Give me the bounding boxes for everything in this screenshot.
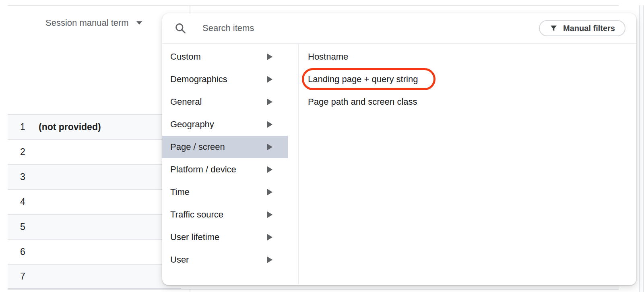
row-index: 4 — [20, 197, 39, 207]
search-icon — [174, 22, 186, 34]
chevron-right-icon — [267, 211, 272, 218]
category-label: Demographics — [170, 74, 227, 85]
table-column-divider-top — [190, 5, 190, 13]
dimension-label: Hostname — [308, 52, 348, 62]
search-bar: Manual filters — [162, 13, 636, 44]
category-item-time[interactable]: Time — [162, 181, 288, 203]
chevron-right-icon — [267, 144, 272, 150]
row-index: 2 — [20, 147, 39, 157]
category-item-traffic-source[interactable]: Traffic source — [162, 203, 288, 226]
row-dimension-value: (not provided) — [39, 122, 101, 133]
category-item-platform-device[interactable]: Platform / device — [162, 158, 288, 181]
dimension-list: Hostname Landing page + query string Pag… — [299, 44, 636, 284]
dimension-label: Page path and screen class — [308, 97, 417, 107]
category-label: Custom — [170, 52, 201, 62]
search-input[interactable] — [202, 23, 539, 33]
chevron-right-icon — [267, 54, 272, 60]
caret-down-icon — [136, 21, 142, 25]
table-row: 1 (not provided) — [8, 114, 181, 139]
table-row: 6 — [8, 239, 181, 264]
dimension-item-landing-page-query-string[interactable]: Landing page + query string — [299, 68, 636, 91]
manual-filters-button[interactable]: Manual filters — [539, 20, 625, 36]
category-label: Platform / device — [170, 164, 236, 175]
report-table: 1 (not provided) 2 3 4 5 6 7 — [8, 114, 181, 289]
category-item-general[interactable]: General — [162, 91, 288, 113]
dimension-picker-dialog: Manual filters Custom Demographics Gener… — [162, 13, 636, 285]
dimension-item-hostname[interactable]: Hostname — [299, 46, 636, 68]
picker-body: Custom Demographics General Geography Pa… — [162, 44, 636, 284]
chevron-right-icon — [267, 189, 272, 195]
table-row: 3 — [8, 164, 181, 189]
table-row: 7 — [8, 264, 181, 289]
column-header-label: Session manual term — [45, 18, 129, 28]
row-index: 1 — [20, 122, 39, 133]
category-item-user-lifetime[interactable]: User lifetime — [162, 226, 288, 249]
category-item-user[interactable]: User — [162, 249, 288, 271]
category-item-page-screen[interactable]: Page / screen — [162, 136, 288, 158]
chevron-right-icon — [267, 99, 272, 105]
row-index: 6 — [20, 246, 39, 257]
chevron-right-icon — [267, 257, 272, 263]
scrollbar-track[interactable] — [639, 5, 644, 292]
table-header-border — [8, 5, 619, 6]
chevron-right-icon — [267, 121, 272, 128]
table-row: 4 — [8, 189, 181, 214]
table-row: 2 — [8, 139, 181, 164]
table-row: 5 — [8, 214, 181, 239]
category-label: Page / screen — [170, 142, 225, 152]
dimension-label: Landing page + query string — [308, 74, 418, 85]
category-item-geography[interactable]: Geography — [162, 113, 288, 136]
column-header-session-manual-term[interactable]: Session manual term — [45, 16, 142, 30]
category-label: User lifetime — [170, 232, 219, 242]
category-item-custom[interactable]: Custom — [162, 46, 288, 68]
row-index: 3 — [20, 172, 39, 182]
row-index: 7 — [20, 271, 39, 282]
row-index: 5 — [20, 222, 39, 232]
category-label: Geography — [170, 119, 214, 130]
filter-funnel-icon — [549, 24, 558, 33]
dimension-item-page-path-screen-class[interactable]: Page path and screen class — [299, 91, 636, 113]
category-label: Traffic source — [170, 209, 223, 220]
category-list: Custom Demographics General Geography Pa… — [162, 44, 299, 284]
category-label: User — [170, 255, 189, 265]
category-label: Time — [170, 187, 190, 197]
chevron-right-icon — [267, 76, 272, 83]
category-label: General — [170, 97, 202, 107]
manual-filters-label: Manual filters — [563, 24, 615, 33]
chevron-right-icon — [267, 166, 272, 173]
category-item-demographics[interactable]: Demographics — [162, 68, 288, 91]
chevron-right-icon — [267, 234, 272, 240]
